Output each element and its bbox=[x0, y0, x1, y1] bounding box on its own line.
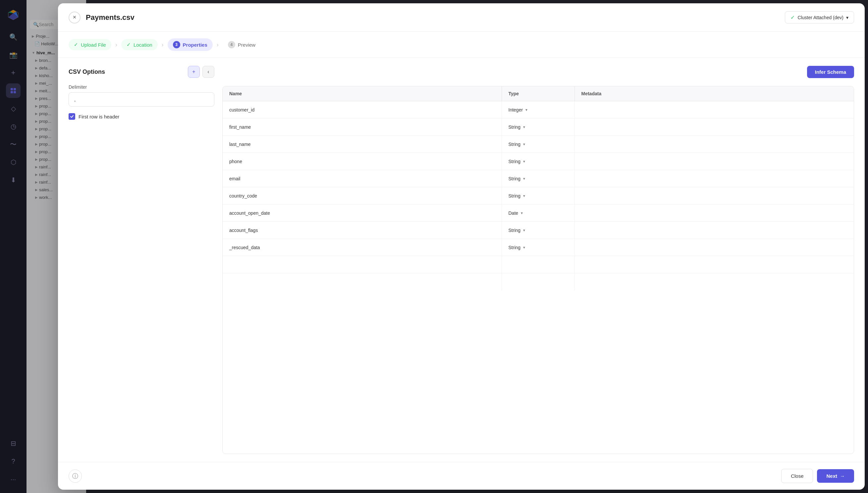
type-arrow-icon: ▾ bbox=[523, 125, 525, 129]
type-arrow-icon: ▾ bbox=[523, 176, 525, 181]
cell-name-7: account_flags bbox=[223, 222, 502, 239]
footer-left: ⓘ bbox=[68, 470, 82, 483]
type-select-4[interactable]: String ▾ bbox=[508, 176, 525, 181]
cell-type-3[interactable]: String ▾ bbox=[502, 153, 575, 170]
delimiter-input[interactable] bbox=[68, 92, 214, 107]
modal-body: CSV Options + ‹ Delimiter bbox=[58, 58, 865, 462]
step-separator-2: › bbox=[162, 41, 164, 48]
step-upload-label: Upload File bbox=[81, 42, 106, 48]
table-row: last_name String ▾ bbox=[223, 136, 854, 153]
cluster-badge[interactable]: ✓ Cluster Attached (dev) ▾ bbox=[785, 11, 854, 23]
step-separator-1: › bbox=[115, 41, 117, 48]
step-upload-file[interactable]: ✓ Upload File bbox=[68, 39, 111, 50]
table-row: country_code String ▾ bbox=[223, 187, 854, 205]
step-location[interactable]: ✓ Location bbox=[121, 39, 158, 50]
modal-footer: ⓘ Close Next → bbox=[58, 462, 865, 490]
step-properties-num: 3 bbox=[173, 41, 180, 48]
type-select-3[interactable]: String ▾ bbox=[508, 159, 525, 164]
cell-meta-1 bbox=[575, 119, 854, 135]
cell-type-6[interactable]: Date ▾ bbox=[502, 205, 575, 221]
table-row-empty-1 bbox=[223, 256, 854, 273]
col-head-name: Name bbox=[223, 86, 502, 101]
table-row: customer_id Integer ▾ bbox=[223, 101, 854, 119]
cell-type-4[interactable]: String ▾ bbox=[502, 170, 575, 187]
cluster-dropdown-icon: ▾ bbox=[846, 15, 848, 20]
schema-table-body: customer_id Integer ▾ first_name bbox=[223, 101, 854, 454]
table-row-empty-2 bbox=[223, 273, 854, 291]
cell-type-2[interactable]: String ▾ bbox=[502, 136, 575, 152]
cell-meta-7 bbox=[575, 222, 854, 239]
table-row: phone String ▾ bbox=[223, 153, 854, 170]
col-head-type: Type bbox=[502, 86, 575, 101]
cell-meta-4 bbox=[575, 170, 854, 187]
step-location-check-icon: ✓ bbox=[126, 42, 131, 48]
modal-header: × Payments.csv ✓ Cluster Attached (dev) … bbox=[58, 3, 865, 32]
step-upload-check-icon: ✓ bbox=[74, 42, 78, 48]
cluster-label: Cluster Attached (dev) bbox=[798, 15, 844, 20]
wizard-steps: ✓ Upload File › ✓ Location › 3 Propertie… bbox=[58, 32, 865, 58]
section-title-actions: + ‹ bbox=[188, 66, 214, 78]
cell-name-1: first_name bbox=[223, 119, 502, 135]
type-select-8[interactable]: String ▾ bbox=[508, 245, 525, 250]
type-arrow-icon: ▾ bbox=[521, 211, 523, 215]
step-separator-3: › bbox=[217, 41, 219, 48]
type-select-6[interactable]: Date ▾ bbox=[508, 210, 523, 216]
first-row-header-label: First row is header bbox=[79, 114, 119, 120]
left-panel: CSV Options + ‹ Delimiter bbox=[68, 66, 214, 454]
cell-type-5[interactable]: String ▾ bbox=[502, 187, 575, 204]
close-modal-button[interactable]: Close bbox=[781, 469, 813, 483]
table-row: _rescued_data String ▾ bbox=[223, 239, 854, 256]
first-row-header-row: First row is header bbox=[68, 113, 214, 120]
add-column-button[interactable]: + bbox=[188, 66, 200, 78]
info-button[interactable]: ⓘ bbox=[68, 470, 82, 483]
type-arrow-icon: ▾ bbox=[523, 245, 525, 250]
type-select-7[interactable]: String ▾ bbox=[508, 228, 525, 233]
cell-type-8[interactable]: String ▾ bbox=[502, 239, 575, 256]
table-row: first_name String ▾ bbox=[223, 119, 854, 136]
cell-type-7[interactable]: String ▾ bbox=[502, 222, 575, 239]
table-row: account_open_date Date ▾ bbox=[223, 205, 854, 222]
schema-table-header: Name Type Metadata bbox=[223, 86, 854, 101]
infer-schema-button[interactable]: Infer Schema bbox=[807, 66, 854, 78]
modal: × Payments.csv ✓ Cluster Attached (dev) … bbox=[58, 3, 865, 490]
type-arrow-icon: ▾ bbox=[525, 108, 527, 112]
delimiter-label: Delimiter bbox=[68, 84, 214, 90]
cell-name-4: email bbox=[223, 170, 502, 187]
cell-meta-3 bbox=[575, 153, 854, 170]
table-row: email String ▾ bbox=[223, 170, 854, 187]
col-head-metadata: Metadata bbox=[575, 86, 854, 101]
next-button[interactable]: Next → bbox=[817, 469, 854, 483]
step-preview[interactable]: 4 Preview bbox=[223, 38, 261, 51]
cell-meta-0 bbox=[575, 101, 854, 118]
right-panel: Infer Schema Name Type Metadata customer… bbox=[222, 66, 854, 454]
cell-name-2: last_name bbox=[223, 136, 502, 152]
type-select-1[interactable]: String ▾ bbox=[508, 124, 525, 130]
delimiter-group: Delimiter bbox=[68, 84, 214, 107]
next-arrow-icon: → bbox=[840, 473, 845, 479]
table-row: account_flags String ▾ bbox=[223, 222, 854, 239]
cell-type-0[interactable]: Integer ▾ bbox=[502, 101, 575, 118]
step-properties[interactable]: 3 Properties bbox=[168, 38, 213, 51]
modal-title: Payments.csv bbox=[86, 13, 785, 22]
step-preview-label: Preview bbox=[238, 42, 256, 48]
cell-name-6: account_open_date bbox=[223, 205, 502, 221]
step-location-label: Location bbox=[134, 42, 153, 48]
collapse-button[interactable]: ‹ bbox=[202, 66, 214, 78]
csv-options-title: CSV Options + ‹ bbox=[68, 66, 214, 78]
type-select-0[interactable]: Integer ▾ bbox=[508, 107, 528, 112]
close-button[interactable]: × bbox=[68, 12, 81, 23]
content-area: CSV Options + ‹ Delimiter bbox=[68, 66, 854, 454]
schema-table: Name Type Metadata customer_id Integer ▾ bbox=[222, 86, 854, 454]
cell-meta-8 bbox=[575, 239, 854, 256]
cell-name-8: _rescued_data bbox=[223, 239, 502, 256]
cell-name-3: phone bbox=[223, 153, 502, 170]
cell-meta-5 bbox=[575, 187, 854, 204]
type-arrow-icon: ▾ bbox=[523, 142, 525, 147]
type-arrow-icon: ▾ bbox=[523, 159, 525, 164]
type-select-2[interactable]: String ▾ bbox=[508, 142, 525, 147]
cell-meta-6 bbox=[575, 205, 854, 221]
cell-name-0: customer_id bbox=[223, 101, 502, 118]
first-row-header-checkbox[interactable] bbox=[68, 113, 75, 120]
cell-type-1[interactable]: String ▾ bbox=[502, 119, 575, 135]
type-select-5[interactable]: String ▾ bbox=[508, 193, 525, 198]
